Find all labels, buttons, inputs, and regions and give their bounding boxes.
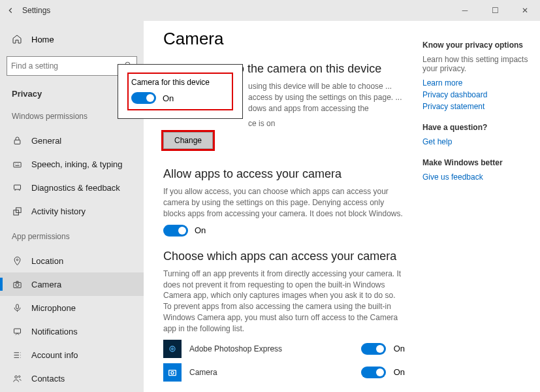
back-button[interactable] [4,6,17,15]
sidebar-home-label: Home [31,35,54,44]
device-access-status: ce is on [163,119,405,128]
give-feedback-link[interactable]: Give us feedback [422,172,533,182]
app-ps-state: On [394,344,405,353]
have-question-title: Have a question? [422,123,533,132]
sidebar-item-account[interactable]: Account info [0,343,144,367]
get-help-link[interactable]: Get help [422,137,533,146]
camera-icon [12,279,22,289]
sidebar-group-app: App permissions [0,228,144,249]
svg-rect-2 [13,162,20,167]
privacy-statement-link[interactable]: Privacy statement [422,102,533,111]
microphone-icon [12,302,22,313]
popup-title: Camera for this device [131,78,229,87]
allow-apps-toggle[interactable] [163,225,188,237]
svg-point-14 [170,346,175,351]
lock-icon [12,135,22,146]
window-title: Settings [22,6,50,15]
sidebar-item-diag[interactable]: Diagnostics & feedback [0,176,144,199]
sidebar-item-microphone[interactable]: Microphone [0,296,144,319]
activity-icon [12,206,22,216]
section-choose-apps-title: Choose which apps can access your camera [163,250,405,263]
maximize-button[interactable]: ☐ [480,0,510,21]
allow-apps-state: On [195,225,206,235]
titlebar: Settings ─ ☐ ✕ [0,0,540,21]
svg-point-15 [172,348,174,350]
svg-rect-9 [16,304,18,308]
app-name: Camera [189,368,353,377]
app-cam-state: On [394,367,405,377]
notifications-icon [12,326,22,336]
section-choose-apps-desc: Turning off an app prevents it from dire… [163,269,405,335]
make-better-title: Make Windows better [422,158,533,167]
section-allow-apps-title: Allow apps to access your camera [163,167,405,181]
page-title: Camera [163,29,405,49]
sidebar-item-speech[interactable]: Speech, inking, & typing [0,152,144,176]
location-icon [12,255,22,266]
privacy-dashboard-link[interactable]: Privacy dashboard [422,90,533,99]
know-options-title: Know your privacy options [422,41,533,50]
sidebar-item-contacts[interactable]: Contacts [0,367,144,390]
camera-device-state: On [163,93,174,103]
svg-point-11 [14,376,17,378]
feedback-icon [12,182,22,193]
app-name: Adobe Photoshop Express [189,344,353,353]
change-button[interactable]: Change [163,132,213,149]
section-allow-apps-desc: If you allow access, you can choose whic… [163,186,405,219]
svg-point-12 [18,376,20,378]
sidebar-item-general[interactable]: General [0,129,144,152]
svg-point-17 [171,371,174,374]
right-column: Know your privacy options Learn how this… [422,29,533,184]
svg-rect-16 [169,370,176,375]
app-ps-toggle[interactable] [361,343,386,355]
sidebar-home[interactable]: Home [0,29,144,50]
minimize-button[interactable]: ─ [450,0,480,21]
keyboard-icon [12,159,22,169]
sidebar-item-camera[interactable]: Camera [0,272,144,296]
app-row-photoshop: Adobe Photoshop Express On [163,340,405,358]
camera-app-icon [163,363,182,382]
contacts-icon [12,373,22,384]
sidebar-item-activity[interactable]: Activity history [0,199,144,223]
know-options-desc: Learn how this setting impacts your priv… [422,55,533,73]
photoshop-icon [163,340,182,358]
svg-rect-10 [14,329,20,333]
close-button[interactable]: ✕ [510,0,540,21]
svg-rect-1 [14,140,20,144]
sidebar-item-location[interactable]: Location [0,249,144,272]
account-icon [12,350,22,360]
home-icon [12,34,22,44]
svg-point-6 [16,259,18,261]
svg-point-8 [16,283,19,286]
camera-device-popup: Camera for this device On [118,64,243,119]
sidebar-item-notifications[interactable]: Notifications [0,319,144,343]
camera-device-toggle[interactable] [131,92,156,104]
search-input[interactable] [11,61,124,71]
svg-rect-3 [14,185,20,189]
learn-more-link[interactable]: Learn more [422,78,533,88]
app-row-camera: Camera On [163,363,405,382]
app-cam-toggle[interactable] [361,367,386,378]
